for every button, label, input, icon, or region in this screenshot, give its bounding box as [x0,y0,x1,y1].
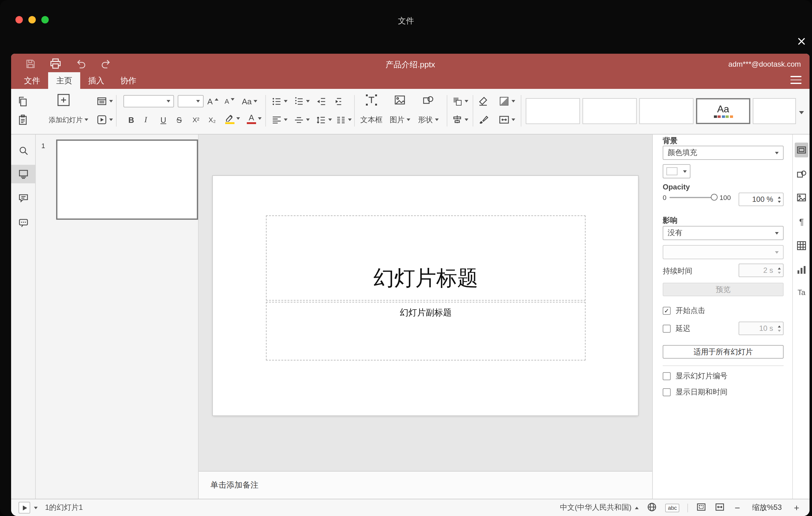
delay-checkbox[interactable]: 延迟 [663,323,691,334]
redo-icon[interactable] [100,58,112,69]
toolbar: 添加幻灯片 A A Aa B I U S [11,89,810,135]
chart-settings-icon[interactable] [795,262,808,277]
image-button[interactable]: 图片 [384,112,416,127]
text-art-settings-icon[interactable]: Ta [795,285,808,300]
notes-area[interactable]: 单击添加备注 [199,471,652,499]
hamburger-menu-icon[interactable] [790,76,802,84]
start-slideshow-dropdown[interactable] [96,112,113,127]
slide-thumbnail-1[interactable] [56,140,198,220]
color-scheme-dropdown[interactable] [498,94,515,109]
bold-button[interactable]: B [128,112,134,127]
italic-button[interactable]: I [144,112,147,127]
copy-button[interactable] [17,94,28,109]
image-settings-icon[interactable] [795,190,808,205]
slideshow-options-chevron-icon[interactable] [34,507,38,509]
show-slide-number-checkbox[interactable]: 显示幻灯片编号 [663,371,727,381]
effect-option-select[interactable] [663,245,784,259]
language-selector[interactable]: 中文(中华人民共和国) [560,503,639,513]
tab-home[interactable]: 主页 [48,72,80,89]
numbering-dropdown[interactable] [294,94,310,109]
opacity-slider-knob[interactable] [711,194,718,201]
add-slide-button[interactable]: 添加幻灯片 [42,112,95,127]
fit-width-icon[interactable] [715,501,725,514]
theme-cell-2[interactable] [582,98,637,124]
start-on-click-checkbox[interactable]: ✓ 开始点击 [663,306,705,316]
tab-insert[interactable]: 插入 [80,72,112,89]
spellcheck-icon[interactable]: abc [665,503,679,512]
fit-slide-icon[interactable] [696,501,706,514]
paragraph-settings-icon[interactable]: ¶ [795,214,808,229]
slide-title-placeholder[interactable]: 幻灯片标题 [266,216,585,300]
increase-indent-button[interactable] [332,94,343,109]
start-slideshow-status-icon[interactable] [19,502,30,514]
font-size-combo[interactable] [178,95,204,107]
chat-icon[interactable] [11,213,36,232]
comments-icon[interactable] [11,189,36,207]
slide-subtitle-placeholder[interactable]: 幻灯片副标题 [266,302,585,361]
add-slide-icon[interactable] [57,93,70,107]
undo-icon[interactable] [75,58,86,69]
opacity-slider[interactable] [669,197,716,198]
columns-dropdown[interactable] [336,112,352,127]
shape-icon[interactable] [422,93,434,107]
zoom-out-button[interactable]: − [733,503,742,513]
print-icon[interactable] [50,58,61,69]
theme-cell-3[interactable] [639,98,694,124]
show-date-time-checkbox[interactable]: 显示日期和时间 [663,387,727,398]
slide-settings-panel: 背景 颜色填充 Opacity 0 100 100 % 影响 [652,135,792,499]
opacity-spinner[interactable]: 100 % [738,193,784,206]
slide-layout-dropdown[interactable] [96,94,113,109]
horizontal-align-dropdown[interactable] [271,112,288,127]
tab-file[interactable]: 文件 [16,72,48,89]
change-case-dropdown[interactable]: Aa [242,94,257,109]
delay-spinner[interactable]: 10 s [738,322,784,335]
strikeout-button[interactable]: S [176,112,182,127]
theme-gallery-expand-icon[interactable] [799,105,804,120]
underline-button[interactable]: U [161,112,166,127]
font-color-dropdown[interactable]: A [247,111,262,126]
arrange-shape-dropdown[interactable] [452,94,468,109]
paste-button[interactable] [17,112,28,127]
bullets-dropdown[interactable] [271,94,288,109]
effect-select[interactable]: 没有 [663,226,784,240]
apply-to-all-button[interactable]: 适用于所有幻灯片 [663,345,784,359]
line-spacing-dropdown[interactable] [316,112,332,127]
checkbox-checked-icon[interactable]: ✓ [663,307,671,315]
theme-cell-selected[interactable]: Aa [696,98,750,124]
save-icon[interactable] [25,58,36,69]
subscript-button[interactable]: X₂ [208,112,216,127]
preview-button[interactable]: 预览 [663,283,784,296]
slide-settings-icon[interactable] [795,143,808,157]
theme-cell-5[interactable] [753,98,796,124]
background-color-swatch-select[interactable] [663,164,691,178]
decrease-indent-button[interactable] [316,94,326,109]
close-icon[interactable] [795,34,808,48]
checkbox-unchecked-icon[interactable] [663,372,671,380]
increase-font-button[interactable]: A [207,94,218,109]
checkbox-unchecked-icon[interactable] [663,388,671,396]
duration-spinner[interactable]: 2 s [738,263,784,277]
slides-panel-icon[interactable] [11,165,36,183]
image-icon[interactable] [394,93,406,107]
zoom-in-button[interactable]: + [792,503,801,513]
copy-style-icon[interactable] [477,112,489,127]
checkbox-unchecked-icon[interactable] [663,325,671,333]
superscript-button[interactable]: X² [193,112,199,127]
decrease-font-button[interactable]: A [225,94,235,109]
shape-button[interactable]: 形状 [412,112,444,127]
font-name-combo[interactable] [123,95,174,107]
align-shape-dropdown[interactable] [452,112,468,127]
globe-icon[interactable] [647,501,658,514]
vertical-align-dropdown[interactable] [294,112,310,127]
table-settings-icon[interactable] [795,238,808,253]
background-fill-select[interactable]: 颜色填充 [663,146,784,160]
highlight-color-dropdown[interactable] [225,111,240,126]
slide-size-dropdown[interactable] [498,112,515,127]
clear-style-icon[interactable] [477,94,489,109]
shape-settings-icon[interactable] [795,167,808,181]
tab-collaboration[interactable]: 协作 [112,72,144,89]
text-box-icon[interactable] [365,93,378,107]
search-icon[interactable] [11,141,36,160]
theme-cell-1[interactable] [526,98,580,124]
slide-canvas[interactable]: 幻灯片标题 幻灯片副标题 [213,176,638,415]
